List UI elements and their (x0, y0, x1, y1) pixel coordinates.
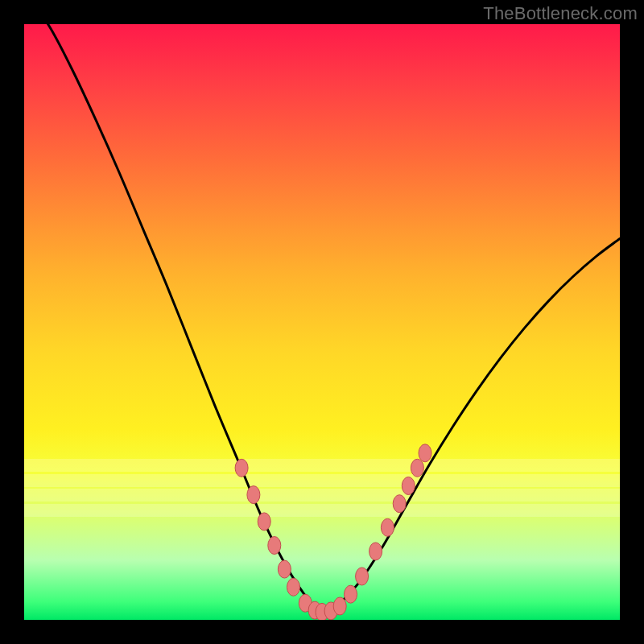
chart-frame: TheBottleneck.com (0, 0, 644, 644)
curve-marker (333, 597, 346, 615)
curve-marker (381, 518, 394, 536)
curve-marker (356, 568, 369, 585)
curve-marker (369, 543, 382, 560)
plot-area (24, 24, 620, 620)
curve-marker (402, 477, 415, 495)
marker-group (235, 444, 431, 620)
curve-marker (411, 459, 423, 477)
watermark-text: TheBottleneck.com (483, 3, 638, 24)
bottleneck-curve (24, 24, 620, 613)
curve-marker (393, 495, 406, 513)
curve-marker (419, 444, 431, 462)
curve-marker (268, 537, 281, 555)
curve-marker (345, 585, 357, 603)
curve-marker (278, 560, 291, 578)
curve-marker (287, 578, 299, 596)
curve-marker (247, 486, 260, 504)
curve-marker (235, 459, 248, 477)
curve-marker (258, 513, 270, 530)
chart-svg (24, 24, 620, 620)
